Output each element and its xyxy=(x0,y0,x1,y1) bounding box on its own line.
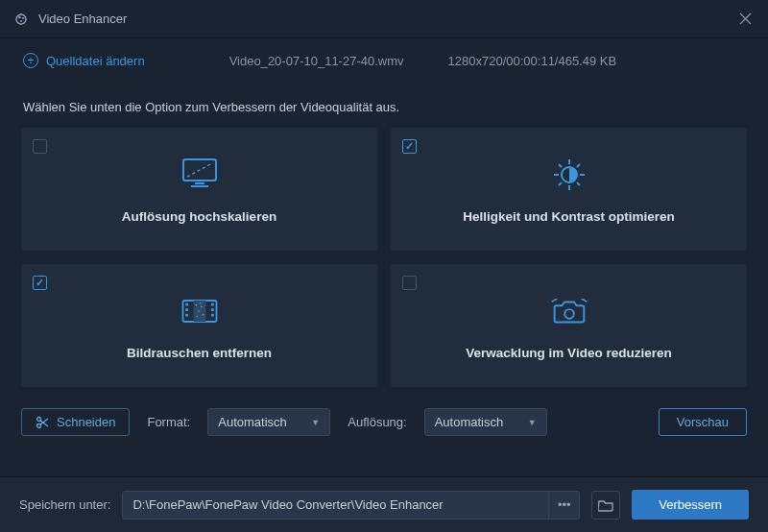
ellipsis-icon: ••• xyxy=(558,497,571,512)
svg-point-34 xyxy=(37,423,41,427)
enhancement-options: Auflösung hochskalieren Helligkeit u xyxy=(0,128,768,387)
svg-point-26 xyxy=(195,303,197,305)
card-deshake-label: Verwacklung im Video reduzieren xyxy=(466,346,671,360)
enhance-button[interactable]: Verbessern xyxy=(632,490,749,520)
enhance-button-label: Verbessern xyxy=(659,497,722,512)
svg-point-31 xyxy=(200,302,202,303)
titlebar: Video Enhancer xyxy=(0,0,768,38)
svg-point-29 xyxy=(202,313,204,315)
format-select[interactable]: Automatisch ▼ xyxy=(207,408,330,436)
window-title: Video Enhancer xyxy=(38,12,735,26)
card-brightness-label: Helligkeit und Kontrast optimieren xyxy=(463,209,675,224)
svg-point-33 xyxy=(37,417,41,421)
chevron-down-icon: ▼ xyxy=(528,418,537,427)
svg-point-32 xyxy=(564,309,574,319)
svg-rect-24 xyxy=(210,308,213,311)
resolution-select[interactable]: Automatisch ▼ xyxy=(424,408,547,436)
svg-point-28 xyxy=(198,310,200,312)
change-source-button[interactable]: + Quelldatei ändern xyxy=(23,53,145,68)
preview-button-label: Vorschau xyxy=(677,415,729,429)
open-folder-button[interactable] xyxy=(591,491,620,520)
card-upscale-label: Auflösung hochskalieren xyxy=(122,209,276,224)
app-icon xyxy=(13,12,29,27)
card-deshake[interactable]: Verwacklung im Video reduzieren xyxy=(391,264,747,387)
svg-rect-22 xyxy=(185,313,188,316)
svg-point-4 xyxy=(20,13,21,14)
svg-point-0 xyxy=(16,14,26,24)
svg-line-15 xyxy=(577,182,580,185)
svg-line-14 xyxy=(559,164,562,167)
film-noise-icon xyxy=(178,292,222,330)
checkbox-upscale[interactable] xyxy=(33,139,47,154)
instruction-text: Wählen Sie unten die Option zum Verbesse… xyxy=(0,83,768,128)
brightness-icon xyxy=(547,156,591,194)
chevron-down-icon: ▼ xyxy=(311,418,320,427)
save-path-value: D:\FonePaw\FonePaw Video Converter\Video… xyxy=(132,497,548,512)
folder-icon xyxy=(598,498,613,512)
close-icon xyxy=(739,12,752,25)
svg-line-17 xyxy=(559,182,562,185)
svg-point-27 xyxy=(201,305,203,307)
source-filename: Video_20-07-10_11-27-40.wmv xyxy=(229,54,404,68)
camera-shake-icon xyxy=(547,292,591,330)
card-denoise[interactable]: Bildrauschen entfernen xyxy=(21,264,377,387)
monitor-upscale-icon xyxy=(178,156,222,194)
controls-row: Schneiden Format: Automatisch ▼ Auflösun… xyxy=(0,387,768,436)
card-denoise-label: Bildrauschen entfernen xyxy=(127,346,272,360)
scissors-icon xyxy=(36,416,49,429)
cut-button-label: Schneiden xyxy=(57,415,115,429)
resolution-label: Auflösung: xyxy=(348,415,406,429)
preview-button[interactable]: Vorschau xyxy=(659,408,747,436)
card-brightness[interactable]: Helligkeit und Kontrast optimieren xyxy=(391,128,747,251)
svg-point-30 xyxy=(196,315,198,317)
svg-point-1 xyxy=(18,15,21,18)
save-path-input[interactable]: D:\FonePaw\FonePaw Video Converter\Video… xyxy=(122,491,580,520)
source-row: + Quelldatei ändern Video_20-07-10_11-27… xyxy=(0,38,768,83)
save-under-label: Speichern unter: xyxy=(19,497,110,512)
card-upscale[interactable]: Auflösung hochskalieren xyxy=(21,128,377,251)
svg-rect-21 xyxy=(185,308,188,311)
plus-circle-icon: + xyxy=(23,53,38,68)
change-source-label: Quelldatei ändern xyxy=(46,54,145,68)
close-button[interactable] xyxy=(735,10,755,29)
checkbox-deshake[interactable] xyxy=(402,276,417,290)
checkbox-denoise[interactable] xyxy=(33,276,47,290)
resolution-value: Automatisch xyxy=(435,415,504,429)
svg-line-6 xyxy=(187,163,212,177)
svg-point-2 xyxy=(22,17,24,19)
cut-button[interactable]: Schneiden xyxy=(21,408,130,436)
svg-line-16 xyxy=(577,164,580,167)
svg-rect-8 xyxy=(191,185,208,187)
svg-point-3 xyxy=(20,20,22,22)
svg-rect-20 xyxy=(185,302,188,305)
format-label: Format: xyxy=(147,415,190,429)
svg-rect-25 xyxy=(210,313,213,316)
browse-path-button[interactable]: ••• xyxy=(548,492,579,519)
svg-rect-7 xyxy=(195,182,204,184)
footer: Speichern unter: D:\FonePaw\FonePaw Vide… xyxy=(0,476,768,532)
source-meta: 1280x720/00:00:11/465.49 KB xyxy=(448,54,617,68)
svg-rect-23 xyxy=(210,302,213,305)
checkbox-brightness[interactable] xyxy=(402,139,417,154)
format-value: Automatisch xyxy=(218,415,287,429)
svg-rect-19 xyxy=(193,300,205,321)
